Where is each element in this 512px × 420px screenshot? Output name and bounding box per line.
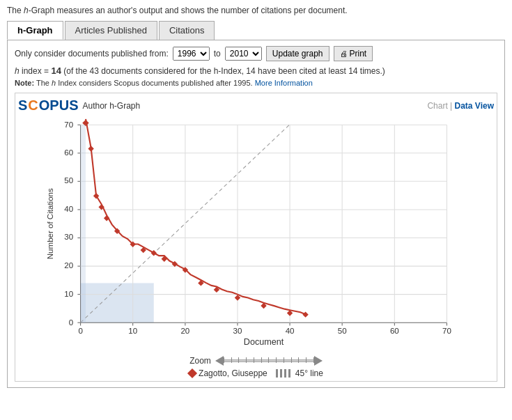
scopus-s: S [18, 98, 27, 114]
tab-articles[interactable]: Articles Published [65, 21, 157, 40]
data-view-link[interactable]: Data View [455, 101, 494, 111]
hindex-label-pre: index = [22, 66, 51, 76]
svg-text:10: 10 [128, 327, 137, 335]
svg-text:40: 40 [64, 205, 73, 213]
panel-content: Only consider documents published from: … [7, 40, 505, 388]
print-button[interactable]: Print [334, 46, 373, 61]
svg-text:10: 10 [64, 290, 73, 298]
zoom-right-arrow [314, 356, 323, 366]
page-description: The h-Graph measures an author's output … [7, 6, 505, 15]
chart-container: 0 10 20 30 40 50 60 70 [44, 116, 469, 353]
svg-text:30: 30 [64, 233, 73, 241]
header-left: S C OPUS Author h-Graph [18, 98, 140, 114]
legend-dashed-line-icon [276, 369, 293, 378]
update-graph-button[interactable]: Update graph [266, 46, 329, 61]
x-axis-label: Document [243, 337, 284, 347]
h-grid [80, 125, 447, 294]
legend-item-author: Zagotto, Giuseppe [189, 368, 267, 378]
tabs-container: h-Graph Articles Published Citations [7, 21, 505, 40]
zoom-slider[interactable] [224, 359, 314, 362]
legend-item-45deg: 45° line [276, 368, 323, 378]
legend-45deg-label: 45° line [295, 368, 323, 378]
svg-marker-48 [88, 146, 93, 151]
chart-link[interactable]: Chart [427, 101, 447, 111]
from-year-select[interactable]: 1990199119921993 1994199519961997 199819… [173, 47, 210, 61]
note-label: Note: [15, 79, 34, 87]
zoom-left-arrow [215, 356, 224, 366]
svg-text:50: 50 [64, 176, 73, 185]
v-grid [132, 125, 447, 322]
scopus-c: C [28, 98, 38, 114]
svg-text:70: 70 [442, 327, 451, 335]
zoom-row: Zoom [18, 356, 494, 366]
print-label: Print [350, 49, 367, 59]
x-ticks: 0 10 20 30 40 50 60 70 [78, 322, 451, 335]
note-text: The h Index considers Scopus documents p… [36, 79, 255, 87]
svg-text:60: 60 [389, 327, 398, 335]
chart-svg: 0 10 20 30 40 50 60 70 [44, 116, 469, 353]
hindex-value: 14 [51, 65, 61, 76]
legend-row: Zagotto, Giuseppe 45° line [18, 368, 494, 378]
scopus-logo: S C OPUS [18, 98, 78, 114]
legend-diamond-icon [187, 368, 197, 378]
y-ticks: 0 10 20 30 40 50 60 70 [64, 120, 80, 327]
svg-text:0: 0 [78, 327, 82, 335]
more-information-link[interactable]: More Information [255, 79, 313, 87]
tab-citations[interactable]: Citations [159, 21, 215, 40]
hindex-italic-h: h [15, 66, 20, 76]
svg-text:20: 20 [180, 327, 189, 335]
h-index-shade [80, 283, 153, 322]
tab-hgraph[interactable]: h-Graph [7, 21, 63, 40]
to-year-select[interactable]: 2000200120022003 2004200520062007 200820… [225, 47, 262, 61]
from-label: Only consider documents published from: [15, 49, 169, 59]
controls-row: Only consider documents published from: … [15, 46, 497, 61]
svg-text:0: 0 [68, 318, 72, 327]
y-axis-label: Number of Citations [45, 188, 54, 259]
to-label: to [214, 49, 221, 59]
h-index-bar-shade [80, 125, 85, 322]
svg-text:70: 70 [64, 120, 73, 129]
zoom-slider-area[interactable] [215, 356, 323, 366]
hindex-row: h index = 14 (of the 43 documents consid… [15, 65, 497, 76]
page-container: The h-Graph measures an author's output … [0, 0, 512, 394]
hindex-label-post: (of the 43 documents considered for the … [63, 66, 385, 76]
chart-data-links: Chart | Data View [427, 101, 494, 111]
graph-area: S C OPUS Author h-Graph Chart | Data Vie… [15, 93, 497, 382]
zoom-label: Zoom [189, 356, 211, 366]
svg-text:30: 30 [233, 327, 242, 335]
svg-text:60: 60 [64, 148, 73, 157]
note-row: Note: The h Index considers Scopus docum… [15, 79, 497, 87]
svg-text:40: 40 [285, 327, 294, 335]
legend-author-label: Zagotto, Giuseppe [199, 368, 267, 378]
svg-text:20: 20 [64, 261, 73, 270]
print-icon [340, 49, 348, 59]
svg-text:50: 50 [337, 327, 346, 335]
svg-marker-64 [302, 311, 308, 317]
graph-header: S C OPUS Author h-Graph Chart | Data Vie… [18, 98, 494, 114]
author-hgraph-label: Author h-Graph [82, 101, 140, 111]
zoom-ticks [224, 357, 314, 363]
scopus-rest: OPUS [39, 98, 79, 114]
